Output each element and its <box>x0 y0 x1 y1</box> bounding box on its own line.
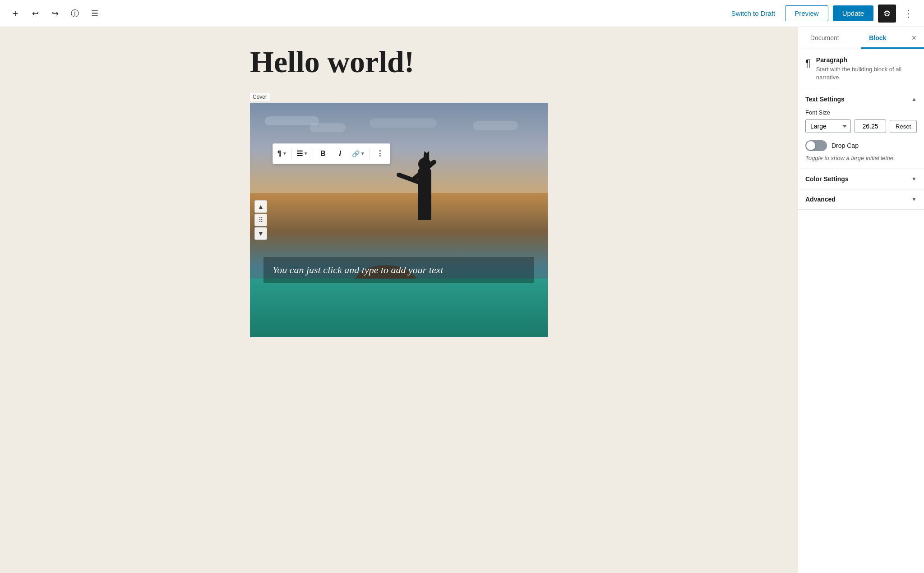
cover-text[interactable]: You can just click and type to add your … <box>273 264 525 276</box>
cloud-3 <box>369 119 437 128</box>
text-settings-collapse-icon: ▲ <box>911 96 917 102</box>
chevron-down-icon-2: ▼ <box>304 151 308 156</box>
advanced-header[interactable]: Advanced ▼ <box>798 189 924 209</box>
color-settings-section: Color Settings ▼ <box>798 169 924 189</box>
right-sidebar: Document Block × ¶ Paragraph Start with … <box>798 27 924 573</box>
chevron-down-icon-3: ▼ <box>360 151 365 156</box>
post-title[interactable]: Hello world! <box>250 45 548 79</box>
font-size-label: Font Size <box>805 109 917 116</box>
more-icon: ⋮ <box>376 149 383 158</box>
paragraph-icon: ¶ <box>277 150 282 158</box>
tab-underline <box>861 47 924 49</box>
ellipsis-vertical-icon: ⋮ <box>904 8 913 19</box>
font-size-reset-button[interactable]: Reset <box>890 120 917 133</box>
toolbar-divider-1 <box>291 148 292 159</box>
figure-silhouette <box>407 139 443 220</box>
block-info-text: Paragraph Start with the building block … <box>816 56 917 82</box>
add-icon: + <box>13 8 18 19</box>
cloud-4 <box>473 121 518 130</box>
drop-cap-toggle[interactable] <box>805 140 827 151</box>
advanced-expand-icon: ▼ <box>911 196 917 202</box>
drop-cap-section: Drop Cap Toggle to show a large initial … <box>805 140 917 161</box>
list-view-button[interactable]: ☰ <box>87 5 103 22</box>
advanced-title: Advanced <box>805 196 836 203</box>
list-icon: ☰ <box>91 9 98 18</box>
move-down-button[interactable]: ▼ <box>254 227 267 240</box>
block-type-icon: ¶ <box>805 57 811 69</box>
color-settings-title: Color Settings <box>805 175 849 183</box>
more-rich-text-button[interactable]: ⋮ <box>372 146 388 162</box>
drop-cap-row: Drop Cap <box>805 140 917 151</box>
add-block-button[interactable]: + <box>7 5 23 22</box>
chevron-down-icon: ▼ <box>282 151 287 156</box>
bold-button[interactable]: B <box>315 146 331 162</box>
advanced-section: Advanced ▼ <box>798 189 924 210</box>
paragraph-type-button[interactable]: ¶ ▼ <box>275 146 290 162</box>
font-size-select[interactable]: Large <box>805 119 851 133</box>
toolbar-left: + ↩ ↪ ⓘ ☰ <box>7 5 103 22</box>
block-description: Start with the building block of all nar… <box>816 65 917 82</box>
italic-button[interactable]: I <box>332 146 348 162</box>
info-icon: ⓘ <box>71 8 79 19</box>
text-settings-header[interactable]: Text Settings ▲ <box>798 89 924 109</box>
cover-block[interactable]: ¶ ▼ ☰ ▼ B <box>250 103 548 337</box>
color-settings-expand-icon: ▼ <box>911 176 917 182</box>
color-settings-header[interactable]: Color Settings ▼ <box>798 169 924 189</box>
figure-hair <box>423 151 430 162</box>
italic-icon: I <box>339 150 341 158</box>
editor-content: Hello world! Cover <box>241 45 557 337</box>
link-button[interactable]: 🔗 ▼ <box>349 146 368 162</box>
block-info-section: ¶ Paragraph Start with the building bloc… <box>798 49 924 89</box>
text-settings-section: Text Settings ▲ Font Size Large Reset <box>798 89 924 169</box>
block-left-controls: ▲ ⠿ ▼ <box>254 200 267 240</box>
move-up-button[interactable]: ▲ <box>254 200 267 213</box>
gear-icon: ⚙ <box>883 9 891 18</box>
cover-text-overlay[interactable]: You can just click and type to add your … <box>263 257 534 283</box>
align-icon: ☰ <box>296 149 303 158</box>
more-options-button[interactable]: ⋮ <box>901 5 917 22</box>
redo-button[interactable]: ↪ <box>47 5 63 22</box>
update-button[interactable]: Update <box>833 5 873 21</box>
switch-draft-button[interactable]: Switch to Draft <box>726 6 781 21</box>
toolbar-right: Switch to Draft Preview Update ⚙ ⋮ <box>726 5 917 23</box>
toolbar-divider-3 <box>370 148 370 159</box>
cover-block-wrapper: Cover <box>250 92 548 337</box>
undo-icon: ↩ <box>32 9 39 18</box>
main-layout: Hello world! Cover <box>0 27 924 573</box>
toggle-knob <box>806 141 815 150</box>
close-icon: × <box>912 33 917 43</box>
cover-label: Cover <box>250 93 270 101</box>
info-button[interactable]: ⓘ <box>67 5 83 22</box>
preview-button[interactable]: Preview <box>785 5 828 21</box>
bold-icon: B <box>320 150 326 158</box>
redo-icon: ↪ <box>52 9 59 18</box>
drop-cap-label: Drop Cap <box>832 142 859 149</box>
drag-handle-button[interactable]: ⠿ <box>254 214 267 226</box>
water-area <box>250 279 548 337</box>
toolbar-divider-2 <box>313 148 313 159</box>
block-tab[interactable]: Block <box>851 27 905 49</box>
text-settings-content: Font Size Large Reset Drop Cap <box>798 109 924 169</box>
block-formatting-toolbar: ¶ ▼ ☰ ▼ B <box>273 143 390 164</box>
link-icon: 🔗 <box>352 150 360 157</box>
cloud-2 <box>310 123 346 132</box>
settings-button[interactable]: ⚙ <box>878 5 896 23</box>
cover-image: ¶ ▼ ☰ ▼ B <box>250 103 548 337</box>
block-name: Paragraph <box>816 56 917 64</box>
font-size-input[interactable] <box>855 119 886 133</box>
undo-button[interactable]: ↩ <box>27 5 43 22</box>
close-sidebar-button[interactable]: × <box>906 30 922 46</box>
top-toolbar: + ↩ ↪ ⓘ ☰ Switch to Draft Preview Update… <box>0 0 924 27</box>
document-tab[interactable]: Document <box>798 27 851 49</box>
drop-cap-hint: Toggle to show a large initial letter. <box>805 155 917 161</box>
editor-area[interactable]: Hello world! Cover <box>0 27 798 573</box>
text-settings-title: Text Settings <box>805 96 845 103</box>
sidebar-tabs: Document Block × <box>798 27 924 49</box>
alignment-button[interactable]: ☰ ▼ <box>294 146 311 162</box>
font-size-row: Large Reset <box>805 119 917 133</box>
